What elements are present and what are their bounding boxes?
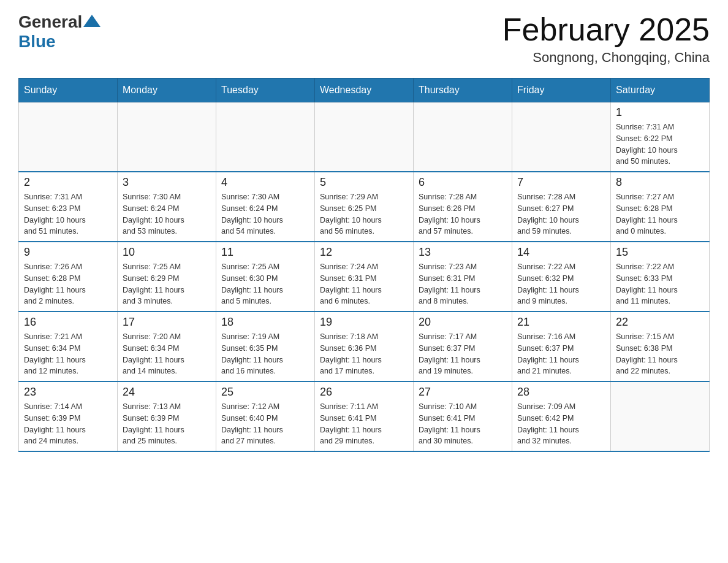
calendar-day-cell: [611, 381, 710, 451]
calendar-day-cell: 24Sunrise: 7:13 AM Sunset: 6:39 PM Dayli…: [118, 381, 216, 451]
calendar-day-cell: [512, 102, 611, 172]
logo: General Blue: [18, 12, 102, 52]
calendar-header-cell: Friday: [512, 79, 611, 102]
day-number: 21: [517, 316, 605, 329]
calendar-header-cell: Wednesday: [315, 79, 414, 102]
day-info: Sunrise: 7:25 AM Sunset: 6:30 PM Dayligh…: [221, 261, 309, 307]
calendar-day-cell: 19Sunrise: 7:18 AM Sunset: 6:36 PM Dayli…: [315, 312, 414, 381]
logo-blue-text: Blue: [18, 32, 56, 51]
day-number: 23: [24, 386, 112, 399]
calendar-day-cell: 23Sunrise: 7:14 AM Sunset: 6:39 PM Dayli…: [19, 381, 118, 451]
day-number: 11: [221, 246, 309, 259]
day-info: Sunrise: 7:11 AM Sunset: 6:41 PM Dayligh…: [320, 401, 408, 447]
day-number: 15: [616, 246, 704, 259]
day-number: 16: [24, 316, 112, 329]
day-number: 20: [419, 316, 507, 329]
calendar-day-cell: [19, 102, 118, 172]
calendar-day-cell: 20Sunrise: 7:17 AM Sunset: 6:37 PM Dayli…: [414, 312, 512, 381]
day-number: 8: [616, 176, 704, 189]
title-block: February 2025 Songnong, Chongqing, China: [502, 12, 710, 66]
calendar-header-cell: Sunday: [19, 79, 118, 102]
day-number: 5: [320, 176, 408, 189]
day-number: 3: [123, 176, 211, 189]
calendar-header-cell: Tuesday: [216, 79, 315, 102]
day-info: Sunrise: 7:26 AM Sunset: 6:28 PM Dayligh…: [24, 261, 112, 307]
day-number: 7: [517, 176, 605, 189]
day-number: 9: [24, 246, 112, 259]
calendar-day-cell: 16Sunrise: 7:21 AM Sunset: 6:34 PM Dayli…: [19, 312, 118, 381]
calendar-day-cell: 14Sunrise: 7:22 AM Sunset: 6:32 PM Dayli…: [512, 242, 611, 312]
logo-triangle-icon: [83, 15, 100, 27]
day-number: 1: [616, 106, 704, 119]
calendar-day-cell: 13Sunrise: 7:23 AM Sunset: 6:31 PM Dayli…: [414, 242, 512, 312]
day-info: Sunrise: 7:31 AM Sunset: 6:23 PM Dayligh…: [24, 191, 112, 237]
calendar-week-row: 23Sunrise: 7:14 AM Sunset: 6:39 PM Dayli…: [19, 381, 710, 451]
calendar-day-cell: 21Sunrise: 7:16 AM Sunset: 6:37 PM Dayli…: [512, 312, 611, 381]
day-info: Sunrise: 7:19 AM Sunset: 6:35 PM Dayligh…: [221, 331, 309, 377]
calendar-day-cell: [315, 102, 414, 172]
calendar-header-cell: Saturday: [611, 79, 710, 102]
day-number: 4: [221, 176, 309, 189]
calendar-day-cell: 2Sunrise: 7:31 AM Sunset: 6:23 PM Daylig…: [19, 172, 118, 242]
page-header: General Blue February 2025 Songnong, Cho…: [18, 12, 710, 66]
calendar-day-cell: 9Sunrise: 7:26 AM Sunset: 6:28 PM Daylig…: [19, 242, 118, 312]
day-info: Sunrise: 7:10 AM Sunset: 6:41 PM Dayligh…: [419, 401, 507, 447]
calendar-day-cell: 4Sunrise: 7:30 AM Sunset: 6:24 PM Daylig…: [216, 172, 315, 242]
calendar-day-cell: [118, 102, 216, 172]
day-info: Sunrise: 7:09 AM Sunset: 6:42 PM Dayligh…: [517, 401, 605, 447]
calendar-day-cell: 18Sunrise: 7:19 AM Sunset: 6:35 PM Dayli…: [216, 312, 315, 381]
day-number: 25: [221, 386, 309, 399]
day-number: 19: [320, 316, 408, 329]
day-info: Sunrise: 7:24 AM Sunset: 6:31 PM Dayligh…: [320, 261, 408, 307]
calendar-header: SundayMondayTuesdayWednesdayThursdayFrid…: [19, 79, 710, 102]
calendar-header-cell: Monday: [118, 79, 216, 102]
day-info: Sunrise: 7:16 AM Sunset: 6:37 PM Dayligh…: [517, 331, 605, 377]
day-info: Sunrise: 7:23 AM Sunset: 6:31 PM Dayligh…: [419, 261, 507, 307]
main-title: February 2025: [502, 12, 710, 47]
day-number: 26: [320, 386, 408, 399]
day-info: Sunrise: 7:15 AM Sunset: 6:38 PM Dayligh…: [616, 331, 704, 377]
day-info: Sunrise: 7:17 AM Sunset: 6:37 PM Dayligh…: [419, 331, 507, 377]
day-info: Sunrise: 7:22 AM Sunset: 6:33 PM Dayligh…: [616, 261, 704, 307]
calendar-day-cell: 22Sunrise: 7:15 AM Sunset: 6:38 PM Dayli…: [611, 312, 710, 381]
calendar-header-cell: Thursday: [414, 79, 512, 102]
day-info: Sunrise: 7:30 AM Sunset: 6:24 PM Dayligh…: [221, 191, 309, 237]
calendar-week-row: 16Sunrise: 7:21 AM Sunset: 6:34 PM Dayli…: [19, 312, 710, 381]
calendar-day-cell: [216, 102, 315, 172]
calendar-week-row: 9Sunrise: 7:26 AM Sunset: 6:28 PM Daylig…: [19, 242, 710, 312]
day-info: Sunrise: 7:13 AM Sunset: 6:39 PM Dayligh…: [123, 401, 211, 447]
calendar-day-cell: [414, 102, 512, 172]
calendar-day-cell: 10Sunrise: 7:25 AM Sunset: 6:29 PM Dayli…: [118, 242, 216, 312]
calendar-day-cell: 26Sunrise: 7:11 AM Sunset: 6:41 PM Dayli…: [315, 381, 414, 451]
calendar-week-row: 2Sunrise: 7:31 AM Sunset: 6:23 PM Daylig…: [19, 172, 710, 242]
day-info: Sunrise: 7:30 AM Sunset: 6:24 PM Dayligh…: [123, 191, 211, 237]
logo-general-text: General: [18, 12, 82, 32]
day-number: 14: [517, 246, 605, 259]
day-number: 13: [419, 246, 507, 259]
calendar-day-cell: 6Sunrise: 7:28 AM Sunset: 6:26 PM Daylig…: [414, 172, 512, 242]
day-number: 12: [320, 246, 408, 259]
day-number: 17: [123, 316, 211, 329]
day-number: 10: [123, 246, 211, 259]
calendar-day-cell: 15Sunrise: 7:22 AM Sunset: 6:33 PM Dayli…: [611, 242, 710, 312]
calendar-day-cell: 28Sunrise: 7:09 AM Sunset: 6:42 PM Dayli…: [512, 381, 611, 451]
day-info: Sunrise: 7:27 AM Sunset: 6:28 PM Dayligh…: [616, 191, 704, 237]
calendar-header-row: SundayMondayTuesdayWednesdayThursdayFrid…: [19, 79, 710, 102]
calendar-day-cell: 8Sunrise: 7:27 AM Sunset: 6:28 PM Daylig…: [611, 172, 710, 242]
calendar-day-cell: 12Sunrise: 7:24 AM Sunset: 6:31 PM Dayli…: [315, 242, 414, 312]
calendar-table: SundayMondayTuesdayWednesdayThursdayFrid…: [18, 78, 710, 452]
day-info: Sunrise: 7:22 AM Sunset: 6:32 PM Dayligh…: [517, 261, 605, 307]
subtitle: Songnong, Chongqing, China: [502, 50, 710, 66]
day-info: Sunrise: 7:28 AM Sunset: 6:27 PM Dayligh…: [517, 191, 605, 237]
day-info: Sunrise: 7:31 AM Sunset: 6:22 PM Dayligh…: [616, 121, 704, 167]
day-info: Sunrise: 7:14 AM Sunset: 6:39 PM Dayligh…: [24, 401, 112, 447]
calendar-day-cell: 5Sunrise: 7:29 AM Sunset: 6:25 PM Daylig…: [315, 172, 414, 242]
calendar-day-cell: 27Sunrise: 7:10 AM Sunset: 6:41 PM Dayli…: [414, 381, 512, 451]
calendar-body: 1Sunrise: 7:31 AM Sunset: 6:22 PM Daylig…: [19, 102, 710, 452]
calendar-day-cell: 25Sunrise: 7:12 AM Sunset: 6:40 PM Dayli…: [216, 381, 315, 451]
day-info: Sunrise: 7:12 AM Sunset: 6:40 PM Dayligh…: [221, 401, 309, 447]
day-info: Sunrise: 7:18 AM Sunset: 6:36 PM Dayligh…: [320, 331, 408, 377]
calendar-day-cell: 17Sunrise: 7:20 AM Sunset: 6:34 PM Dayli…: [118, 312, 216, 381]
day-info: Sunrise: 7:28 AM Sunset: 6:26 PM Dayligh…: [419, 191, 507, 237]
day-number: 24: [123, 386, 211, 399]
